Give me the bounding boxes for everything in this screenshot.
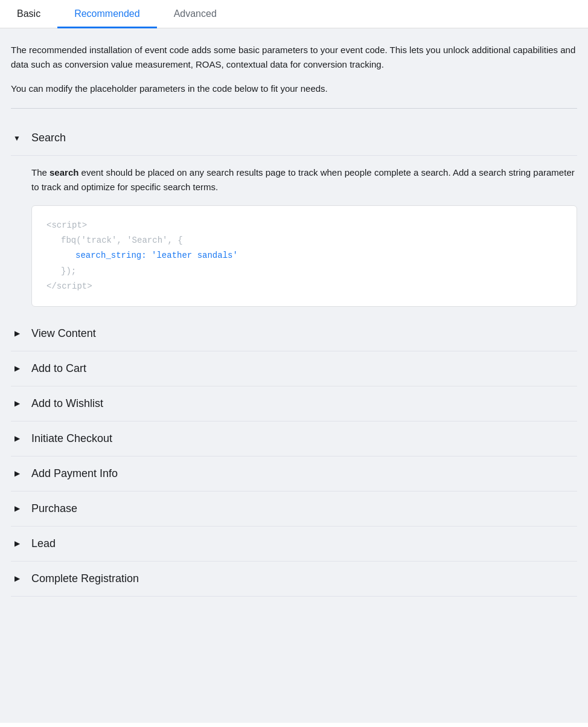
accordion-initiate-checkout-header[interactable]: Initiate Checkout	[11, 421, 577, 456]
accordion-add-to-cart: Add to Cart	[11, 351, 577, 386]
code-line-3: search_string: 'leather sandals'	[46, 248, 562, 263]
accordion-add-to-cart-title: Add to Cart	[31, 362, 86, 375]
accordion-add-to-wishlist-title: Add to Wishlist	[31, 397, 103, 410]
tab-basic[interactable]: Basic	[0, 0, 57, 28]
accordion-view-content-title: View Content	[31, 327, 96, 340]
chevron-right-icon	[11, 327, 23, 339]
description-line2: You can modify the placeholder parameter…	[11, 82, 577, 96]
chevron-down-icon	[11, 132, 23, 144]
accordion-search-title: Search	[31, 132, 66, 144]
accordion-complete-registration: Complete Registration	[11, 562, 577, 597]
code-line-2: fbq('track', 'Search', {	[46, 233, 562, 248]
accordion-search-header[interactable]: Search	[11, 121, 577, 156]
accordion-purchase-title: Purchase	[31, 502, 77, 515]
accordion-complete-registration-title: Complete Registration	[31, 572, 139, 585]
description-line1: The recommended installation of event co…	[11, 43, 577, 72]
chevron-right-icon	[11, 467, 23, 479]
accordion-add-to-wishlist-header[interactable]: Add to Wishlist	[11, 386, 577, 421]
divider	[11, 108, 577, 109]
accordion-initiate-checkout: Initiate Checkout	[11, 421, 577, 456]
accordion-purchase: Purchase	[11, 492, 577, 527]
accordion-purchase-header[interactable]: Purchase	[11, 492, 577, 527]
chevron-right-icon	[11, 537, 23, 549]
chevron-right-icon	[11, 397, 23, 409]
code-line-1: <script>	[46, 218, 562, 233]
collapsed-accordion-list: View Content Add to Cart Add to Wishlist…	[11, 316, 577, 597]
accordion-initiate-checkout-title: Initiate Checkout	[31, 432, 112, 445]
code-line-5: </script>	[46, 279, 562, 294]
chevron-right-icon	[11, 572, 23, 584]
tab-recommended[interactable]: Recommended	[57, 0, 157, 28]
accordion-view-content: View Content	[11, 316, 577, 351]
accordion-search: Search The search event should be placed…	[11, 121, 577, 316]
main-content: The recommended installation of event co…	[0, 28, 588, 723]
accordion-add-payment-info: Add Payment Info	[11, 456, 577, 492]
chevron-right-icon	[11, 362, 23, 374]
tab-advanced[interactable]: Advanced	[157, 0, 234, 28]
accordion-add-to-wishlist: Add to Wishlist	[11, 386, 577, 421]
code-line-4: });	[46, 264, 562, 279]
chevron-right-icon	[11, 502, 23, 514]
accordion-complete-registration-header[interactable]: Complete Registration	[11, 562, 577, 597]
search-event-description: The search event should be placed on any…	[31, 165, 577, 194]
chevron-right-icon	[11, 432, 23, 444]
tabs-container: Basic Recommended Advanced	[0, 0, 588, 28]
accordion-search-body: The search event should be placed on any…	[11, 156, 577, 316]
accordion-add-payment-info-title: Add Payment Info	[31, 467, 118, 480]
accordion-lead: Lead	[11, 527, 577, 562]
accordion-view-content-header[interactable]: View Content	[11, 316, 577, 351]
accordion-add-payment-info-header[interactable]: Add Payment Info	[11, 456, 577, 492]
accordion-lead-title: Lead	[31, 537, 56, 550]
accordion-lead-header[interactable]: Lead	[11, 527, 577, 562]
search-code-block: <script> fbq('track', 'Search', { search…	[31, 205, 577, 307]
accordion-add-to-cart-header[interactable]: Add to Cart	[11, 351, 577, 386]
